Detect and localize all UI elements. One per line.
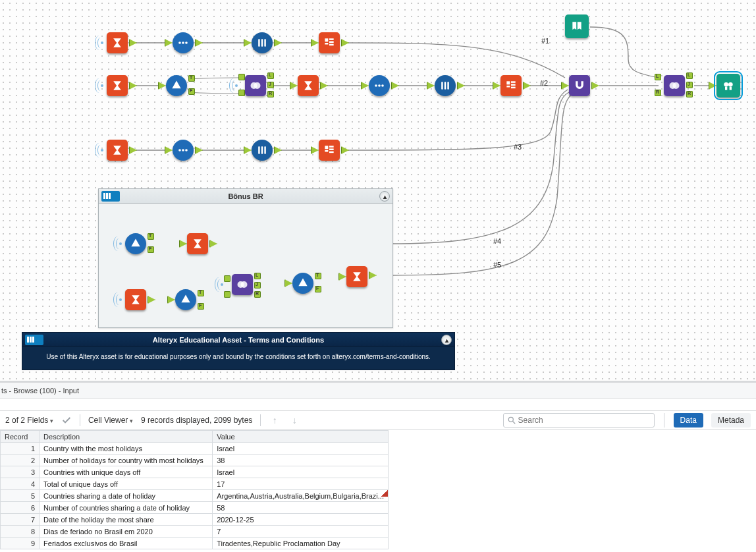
cellviewer-dropdown[interactable]: Cell Viewer (88, 416, 133, 425)
col-value[interactable]: Value (213, 431, 389, 443)
input-port[interactable] (361, 82, 369, 90)
svg-point-60 (241, 281, 248, 288)
table-row[interactable]: 4Total of unique days off17 (1, 478, 389, 490)
svg-rect-26 (329, 41, 334, 43)
filter-tool[interactable] (292, 273, 313, 294)
output-port[interactable] (274, 146, 282, 154)
formula-tool[interactable] (252, 32, 273, 53)
output-port[interactable] (129, 39, 137, 47)
check-icon[interactable] (61, 415, 72, 426)
svg-rect-57 (329, 149, 334, 151)
svg-rect-35 (447, 82, 449, 90)
output-port[interactable] (391, 82, 399, 90)
input-port[interactable] (311, 39, 319, 47)
table-row[interactable]: 3Countries with unique days offIsrael (1, 466, 389, 478)
transpose-tool[interactable] (319, 32, 340, 53)
join-tool[interactable] (664, 75, 685, 96)
browse-tool[interactable] (716, 74, 740, 97)
input-port[interactable] (561, 82, 569, 90)
container-header[interactable]: Bônus BR ▴ (99, 189, 392, 204)
select-tool[interactable] (173, 140, 194, 161)
macro-tool[interactable] (565, 14, 589, 38)
summarize-tool[interactable] (107, 75, 128, 96)
input-port[interactable] (244, 146, 252, 154)
output-port[interactable] (591, 82, 599, 90)
input-port-l[interactable] (224, 275, 230, 282)
summarize-tool[interactable] (107, 32, 128, 53)
col-record[interactable]: Record (1, 431, 40, 443)
input-port-r[interactable] (224, 291, 230, 298)
table-row[interactable]: 6Number of countries sharing a date of h… (1, 502, 389, 514)
collapse-button[interactable]: ▴ (379, 191, 390, 202)
summarize-tool[interactable] (298, 75, 319, 96)
select-tool[interactable] (173, 32, 194, 53)
summarize-tool[interactable] (346, 266, 367, 287)
output-port[interactable] (341, 39, 349, 47)
output-port[interactable] (457, 82, 465, 90)
input-port[interactable] (165, 39, 173, 47)
input-port[interactable] (158, 82, 166, 90)
svg-rect-22 (264, 39, 266, 47)
container-header[interactable]: Alteryx Educational Asset - Terms and Co… (22, 333, 454, 347)
filter-tool[interactable] (125, 233, 146, 254)
transpose-tool[interactable] (500, 75, 522, 96)
input-port-r[interactable] (238, 90, 245, 96)
workflow-canvas[interactable]: #1 #2 #3 #4 #5 T F L J R (0, 0, 756, 381)
join-tool[interactable] (232, 274, 253, 295)
arrow-down-icon[interactable]: ↓ (288, 414, 300, 426)
table-row[interactable]: 9Feriados exclusivos do BrasilTiradentes… (1, 538, 389, 549)
input-port[interactable] (493, 82, 500, 90)
svg-point-19 (185, 41, 188, 44)
union-tool[interactable] (569, 75, 590, 96)
fields-dropdown[interactable]: 2 of 2 Fields (5, 416, 53, 425)
emitter-icon (94, 144, 104, 157)
input-port-l[interactable] (238, 74, 245, 80)
arrow-up-icon[interactable]: ↑ (269, 414, 281, 426)
formula-tool[interactable] (435, 75, 456, 96)
input-port[interactable] (165, 146, 173, 154)
output-port[interactable] (195, 39, 203, 47)
output-port[interactable] (523, 82, 531, 90)
table-row[interactable]: 7Date of the holiday the most share2020-… (1, 514, 389, 526)
transpose-tool[interactable] (319, 140, 340, 161)
table-row[interactable]: 1Country with the most holidaysIsrael (1, 443, 389, 455)
summarize-tool[interactable] (107, 140, 128, 161)
summarize-tool[interactable] (187, 233, 208, 254)
svg-rect-37 (506, 86, 510, 88)
svg-point-50 (185, 149, 188, 152)
collapse-button[interactable]: ▴ (441, 335, 452, 345)
output-port[interactable] (195, 146, 203, 154)
input-port[interactable] (244, 39, 252, 47)
table-row[interactable]: 5Countries sharing a date of holidayArge… (1, 490, 389, 502)
table-row[interactable]: 2Number of holidays for country with mos… (1, 455, 389, 466)
results-table[interactable]: Record Description Value 1Country with t… (0, 430, 389, 549)
tab-data[interactable]: Data (674, 413, 703, 428)
output-port[interactable] (320, 82, 328, 90)
filter-tool[interactable] (175, 289, 196, 310)
join-tool[interactable] (245, 75, 266, 96)
filter-tool[interactable] (166, 75, 187, 96)
cell-description: Number of countries sharing a date of ho… (40, 502, 213, 514)
input-port[interactable] (709, 82, 716, 90)
port-label-true: T (199, 290, 202, 294)
cell-value: 2020-12-25 (213, 514, 389, 526)
cell-description: Countries sharing a date of holiday (40, 490, 213, 502)
summarize-tool[interactable] (125, 289, 146, 310)
table-row[interactable]: 8Dias de feriado no Brasil em 20207 (1, 526, 389, 538)
formula-tool[interactable] (252, 140, 273, 161)
output-port[interactable] (129, 82, 137, 90)
output-port[interactable] (274, 39, 282, 47)
tab-metadata[interactable]: Metada (711, 413, 751, 428)
port-label-r: R (256, 291, 259, 296)
output-port[interactable] (341, 146, 349, 154)
col-description[interactable]: Description (40, 431, 213, 443)
container-terms[interactable]: Alteryx Educational Asset - Terms and Co… (22, 332, 455, 370)
input-port[interactable] (427, 82, 435, 90)
port-label-false: F (316, 286, 319, 290)
select-tool[interactable] (369, 75, 390, 96)
input-port[interactable] (290, 82, 298, 90)
port-label-r: R (269, 91, 273, 96)
output-port[interactable] (129, 146, 137, 154)
input-port[interactable] (311, 146, 319, 154)
search-input[interactable] (503, 413, 655, 428)
